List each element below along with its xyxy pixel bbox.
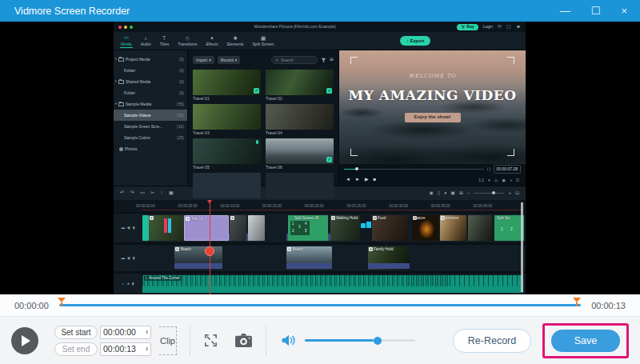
- plus-icon: +: [331, 216, 335, 220]
- speaker-icon[interactable]: [281, 334, 297, 347]
- timeline-toolbar-right: ◉ ▯ ♦ ▣ ⊞ − + ⊡: [430, 190, 519, 197]
- grid-view-icon: ⊞: [330, 57, 334, 63]
- split-screen-icon: ▦: [261, 36, 266, 42]
- trim-start-handle[interactable]: [58, 298, 66, 307]
- tab-elements: ❖ Elements: [226, 34, 245, 48]
- filmora-tab-bar: ▭ Media ♪ Audio T Titles ◇ Transitions ✦: [114, 32, 526, 50]
- start-time-field[interactable]: 00:00:00 ▴▾: [100, 326, 151, 339]
- selection-corner: [350, 57, 358, 64]
- re-record-button[interactable]: Re-Record: [453, 329, 531, 353]
- media-item: [266, 173, 334, 198]
- eye-icon: ◉: [127, 256, 130, 261]
- eye-icon: ◉: [127, 226, 130, 230]
- audio-track: ♪ ◄ ▮ ♪ Around The Corner: [114, 274, 526, 294]
- mic-icon: [256, 140, 258, 144]
- filmora-titlebar: Wondershare Filmora (FilmInfo.com Exampl…: [114, 22, 526, 32]
- snapshot-icon: ◉: [502, 178, 505, 182]
- media-item: Travel 03: [193, 104, 261, 136]
- set-start-button[interactable]: Set start: [54, 326, 98, 339]
- clip-audio-strip: [174, 263, 222, 269]
- timeline-clip: [360, 215, 372, 241]
- video-thumbnail: [193, 173, 261, 198]
- plus-icon: +: [287, 247, 291, 251]
- search-input: Search: [271, 56, 318, 64]
- volume-slider[interactable]: [305, 339, 415, 342]
- set-end-row: Set end 00:00:13 ▴▾: [54, 342, 151, 356]
- ratio-dropdown: 1:1: [478, 178, 484, 182]
- ruler-label: 00:00:05:00: [178, 204, 221, 209]
- track-header: ♪ ◄ ▮: [114, 274, 142, 294]
- recording-preview-stage: Wondershare Filmora (FilmInfo.com Exampl…: [0, 22, 640, 294]
- timeline-clip: +: [149, 215, 184, 241]
- split-screen-clip: Split Screen 26 1 3 4 2 5: [288, 215, 328, 241]
- media-library-sidebar: ▾ Project Media(0) Folder(0) ▾ Shared Me…: [114, 50, 187, 186]
- camera-icon: [234, 333, 253, 348]
- fullscreen-button[interactable]: [203, 333, 218, 348]
- media-item: Travel 04: [266, 104, 334, 136]
- undo-icon: ↶: [120, 190, 124, 196]
- tab-titles: T Titles: [158, 34, 170, 48]
- set-end-button[interactable]: Set end: [54, 342, 98, 356]
- split-screen-clip: Split Scr 1 2: [494, 215, 524, 241]
- media-item: ✓ Travel 06: [266, 138, 334, 170]
- clip-range-group: Set start 00:00:00 ▴▾ Set end 00:00:13 ▴…: [54, 326, 151, 356]
- timeline-clip: + Nature: [412, 215, 438, 241]
- volume-knob[interactable]: [374, 337, 382, 345]
- divider: [266, 326, 266, 356]
- video-thumbnail: ✓: [266, 70, 334, 95]
- stop-icon: ■: [374, 177, 377, 183]
- sidebar-item-project-media: ▾ Project Media(0): [114, 54, 187, 65]
- title-overlay-cta: Enjoy the show!: [404, 113, 460, 122]
- play-icon: ▶: [365, 177, 369, 183]
- volume-fill: [305, 339, 374, 342]
- play-button[interactable]: [11, 327, 38, 354]
- ruler-label: 00:00:20:00: [305, 204, 347, 209]
- volume-control: [281, 334, 415, 347]
- layout-icon: ▢: [506, 24, 511, 30]
- check-icon: ✓: [254, 88, 259, 94]
- color-bar: [361, 223, 366, 228]
- sidebar-item-sample-green-screen: Sample Green Scre...(10): [114, 121, 187, 132]
- sidebar-item-sample-videos: Sample Videos(20): [114, 110, 187, 121]
- trim-end-handle[interactable]: [573, 298, 581, 307]
- timeline-scrollbar: [521, 202, 523, 292]
- sidebar-item-photos: Photos: [114, 143, 187, 154]
- video-thumbnail: [266, 173, 334, 198]
- spinner-arrows[interactable]: ▴▾: [146, 346, 148, 351]
- save-button[interactable]: Save: [551, 330, 620, 352]
- trim-start-time: 00:00:00: [14, 301, 53, 310]
- spinner-arrows[interactable]: ▴▾: [146, 330, 148, 334]
- monitor-icon: ▭: [494, 178, 498, 182]
- maximize-button[interactable]: ☐: [591, 6, 601, 16]
- titles-icon: T: [162, 36, 166, 42]
- trim-bar: 00:00:00 00:00:13: [0, 294, 640, 317]
- trim-end-time: 00:00:13: [587, 301, 626, 310]
- ruler-label: 00:00:10:00: [220, 204, 262, 209]
- keyframe-icon: ⊞: [459, 190, 463, 197]
- media-thumbnail-grid: ✓ Travel 01 ✓ Travel 02 Travel: [193, 70, 334, 198]
- track-header: ▬ ◉ ▮: [114, 214, 142, 242]
- folder-icon: [118, 80, 124, 84]
- plus-icon: +: [230, 216, 234, 220]
- tab-media: ▭ Media: [120, 34, 133, 48]
- color-bar: [164, 218, 167, 233]
- clip-indicator: Clip: [159, 326, 177, 355]
- timeline-clip: +: [230, 215, 246, 241]
- minimize-button[interactable]: —: [560, 6, 570, 16]
- zoom-out-icon: −: [467, 190, 470, 197]
- timeline-clip: [248, 215, 265, 241]
- render-icon: ▣: [450, 190, 455, 197]
- trim-track[interactable]: [59, 304, 581, 306]
- lock-icon: ▮: [133, 256, 134, 261]
- media-browser-toolbar: Import ▾ Record ▾ Search ⊞: [193, 54, 334, 66]
- screenshot-button[interactable]: [234, 333, 253, 348]
- close-button[interactable]: ×: [621, 6, 627, 16]
- preview-progress-bar: [344, 169, 484, 170]
- sidebar-item-sample-media: ▾ Sample Media(55): [114, 98, 187, 110]
- plus-icon: +: [175, 247, 179, 251]
- video-thumbnail: [193, 104, 261, 130]
- end-time-field[interactable]: 00:00:13 ▴▾: [100, 342, 151, 356]
- plus-icon: +: [369, 247, 373, 251]
- video-thumbnail: ✓: [193, 70, 261, 95]
- playhead-handle: [205, 246, 214, 256]
